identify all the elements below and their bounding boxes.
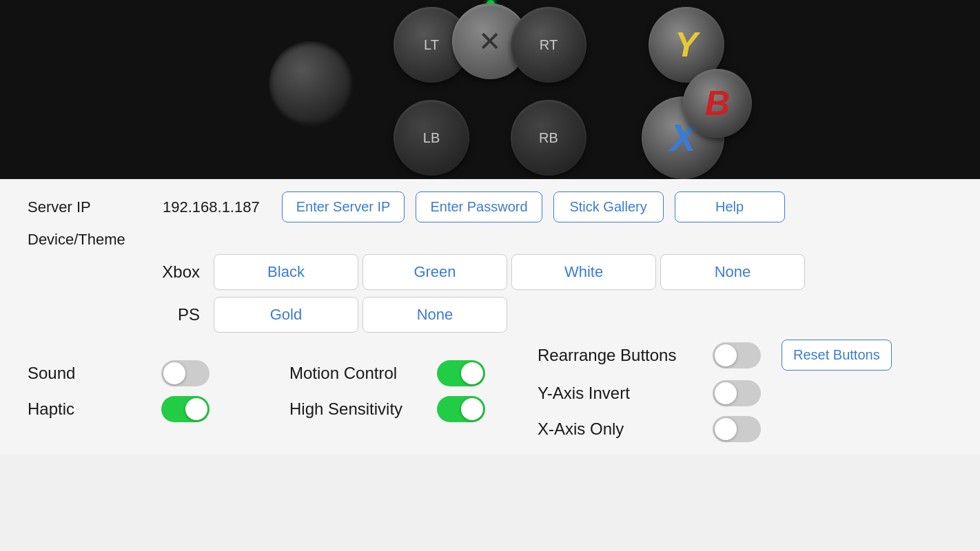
center-controls: Motion Control High Sensitivity xyxy=(289,360,524,422)
x-axis-only-toggle-group: X-Axis Only xyxy=(538,416,892,442)
haptic-toggle-knob xyxy=(185,398,207,420)
controller-visual: LT ✕ RT Y LB RB X xyxy=(0,0,980,179)
y-axis-invert-toggle-knob xyxy=(715,382,737,404)
ps-theme-row: PS Gold None xyxy=(28,297,952,333)
controller-background: LT ✕ RT Y LB RB X xyxy=(0,0,980,179)
motion-control-toggle[interactable] xyxy=(437,360,485,386)
server-ip-row: Server IP 192.168.1.187 Enter Server IP … xyxy=(28,191,952,222)
left-controls: Sound Haptic xyxy=(28,360,276,422)
reset-buttons-button[interactable]: Reset Buttons xyxy=(782,340,892,371)
sound-toggle-knob xyxy=(163,362,185,384)
xbox-white-button[interactable]: White xyxy=(511,254,656,290)
enter-password-button[interactable]: Enter Password xyxy=(416,191,542,222)
y-axis-invert-toggle[interactable] xyxy=(713,380,761,406)
enter-server-ip-button[interactable]: Enter Server IP xyxy=(282,191,405,222)
b-button[interactable]: B xyxy=(683,69,752,138)
high-sensitivity-label: High Sensitivity xyxy=(289,399,427,419)
controls-row: Sound Haptic Motion Control xyxy=(28,340,952,442)
lb-button[interactable]: LB xyxy=(394,100,469,176)
xbox-theme-row: Xbox Black Green White None xyxy=(28,254,952,290)
ps-gold-button[interactable]: Gold xyxy=(214,297,358,333)
rearrange-buttons-toggle[interactable] xyxy=(713,342,761,368)
x-axis-only-toggle-knob xyxy=(715,418,737,440)
motion-control-toggle-knob xyxy=(461,362,483,384)
xbox-logo-icon: ✕ xyxy=(478,25,502,57)
rearrange-buttons-toggle-knob xyxy=(715,344,737,366)
rt-button[interactable]: RT xyxy=(511,7,586,83)
high-sensitivity-toggle-knob xyxy=(461,398,483,420)
server-ip-label: Server IP xyxy=(28,198,152,216)
x-axis-only-toggle[interactable] xyxy=(713,416,761,442)
y-axis-invert-label: Y-Axis Invert xyxy=(538,384,703,403)
sound-toggle-group: Sound xyxy=(28,360,276,386)
help-button[interactable]: Help xyxy=(675,191,785,222)
haptic-toggle-group: Haptic xyxy=(28,396,276,422)
controller-body: LT ✕ RT Y LB RB X xyxy=(249,0,731,179)
device-theme-row: Device/Theme xyxy=(28,231,952,249)
ps-platform-label: PS xyxy=(28,305,214,324)
high-sensitivity-toggle[interactable] xyxy=(437,396,485,422)
rearrange-buttons-label: Rearrange Buttons xyxy=(538,346,703,365)
xbox-none-button[interactable]: None xyxy=(660,254,805,290)
haptic-label: Haptic xyxy=(28,399,152,419)
xbox-black-button[interactable]: Black xyxy=(214,254,358,290)
rb-button[interactable]: RB xyxy=(511,100,586,176)
settings-panel: Server IP 192.168.1.187 Enter Server IP … xyxy=(0,179,980,455)
stick-gallery-button[interactable]: Stick Gallery xyxy=(553,191,664,222)
sound-toggle[interactable] xyxy=(161,360,210,386)
x-axis-only-label: X-Axis Only xyxy=(538,419,703,439)
rearrange-toggle-group: Rearrange Buttons Reset Buttons xyxy=(538,340,892,371)
motion-control-label: Motion Control xyxy=(289,364,427,383)
haptic-toggle[interactable] xyxy=(161,396,210,422)
right-controls: Rearrange Buttons Reset Buttons Y-Axis I… xyxy=(538,340,892,442)
server-ip-value: 192.168.1.187 xyxy=(163,198,260,216)
y-axis-invert-toggle-group: Y-Axis Invert xyxy=(538,380,892,406)
xbox-green-button[interactable]: Green xyxy=(363,254,507,290)
ps-none-button[interactable]: None xyxy=(363,297,507,333)
sound-label: Sound xyxy=(28,364,152,383)
high-sensitivity-toggle-group: High Sensitivity xyxy=(289,396,524,422)
device-theme-label: Device/Theme xyxy=(28,231,152,249)
left-analog-stick xyxy=(269,41,352,124)
xbox-platform-label: Xbox xyxy=(28,262,214,282)
motion-control-toggle-group: Motion Control xyxy=(289,360,524,386)
